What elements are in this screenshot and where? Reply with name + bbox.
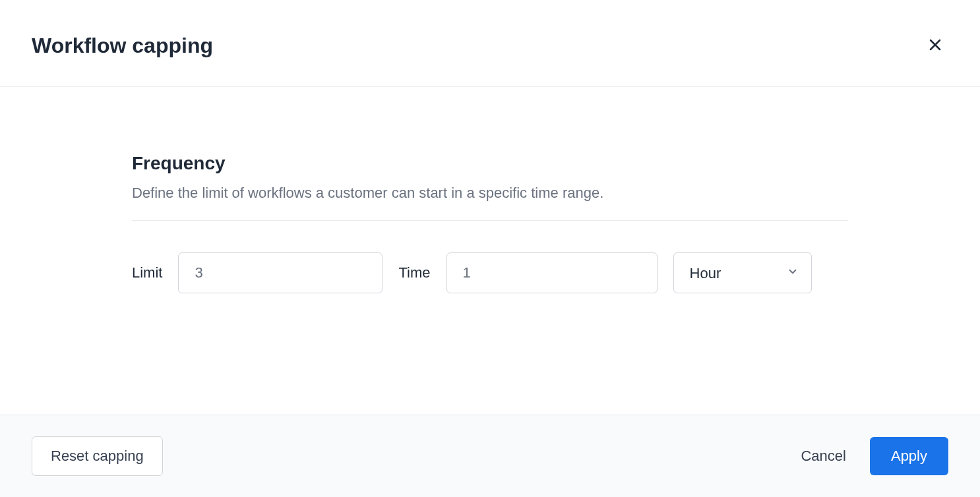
close-button[interactable]	[922, 32, 948, 60]
time-label: Time	[398, 264, 430, 281]
cancel-button[interactable]: Cancel	[801, 437, 845, 475]
apply-button[interactable]: Apply	[870, 437, 948, 475]
limit-input[interactable]	[178, 252, 383, 293]
time-unit-select-wrapper: Hour	[673, 252, 812, 293]
modal-footer: Reset capping Cancel Apply	[0, 415, 980, 497]
close-icon	[927, 37, 943, 55]
time-unit-select[interactable]: Hour	[673, 252, 812, 293]
modal-header: Workflow capping	[0, 0, 980, 87]
footer-actions: Cancel Apply	[801, 437, 948, 475]
modal-body: Frequency Define the limit of workflows …	[0, 87, 980, 415]
frequency-section-title: Frequency	[132, 153, 848, 174]
reset-capping-button[interactable]: Reset capping	[32, 436, 163, 476]
limit-label: Limit	[132, 264, 162, 281]
section-divider	[132, 220, 848, 221]
time-input[interactable]	[446, 252, 658, 293]
frequency-form-row: Limit Time Hour	[132, 252, 848, 293]
modal-title: Workflow capping	[32, 34, 213, 58]
frequency-section-description: Define the limit of workflows a customer…	[132, 185, 848, 202]
